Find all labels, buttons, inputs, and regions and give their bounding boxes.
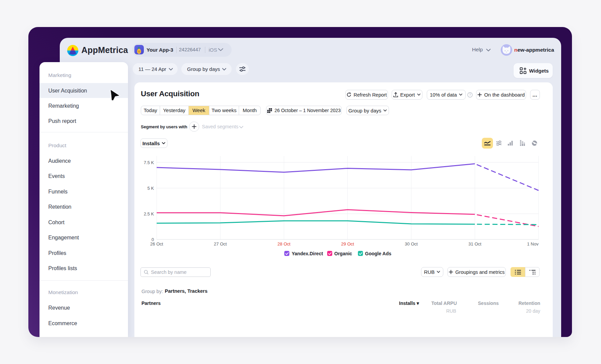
svg-text:28 Oct: 28 Oct <box>278 241 291 246</box>
svg-text:31 Oct: 31 Oct <box>468 241 481 246</box>
svg-text:27 Oct: 27 Oct <box>214 241 227 246</box>
svg-text:5 K: 5 K <box>147 186 154 191</box>
svg-text:2.5 K: 2.5 K <box>144 211 154 216</box>
svg-text:29 Oct: 29 Oct <box>341 241 354 246</box>
svg-text:26 Oct: 26 Oct <box>150 241 163 246</box>
svg-text:30 Oct: 30 Oct <box>405 241 418 246</box>
svg-text:?: ? <box>469 93 471 97</box>
svg-text:1 Nov: 1 Nov <box>527 241 539 246</box>
svg-text:7.5 K: 7.5 K <box>144 160 154 165</box>
